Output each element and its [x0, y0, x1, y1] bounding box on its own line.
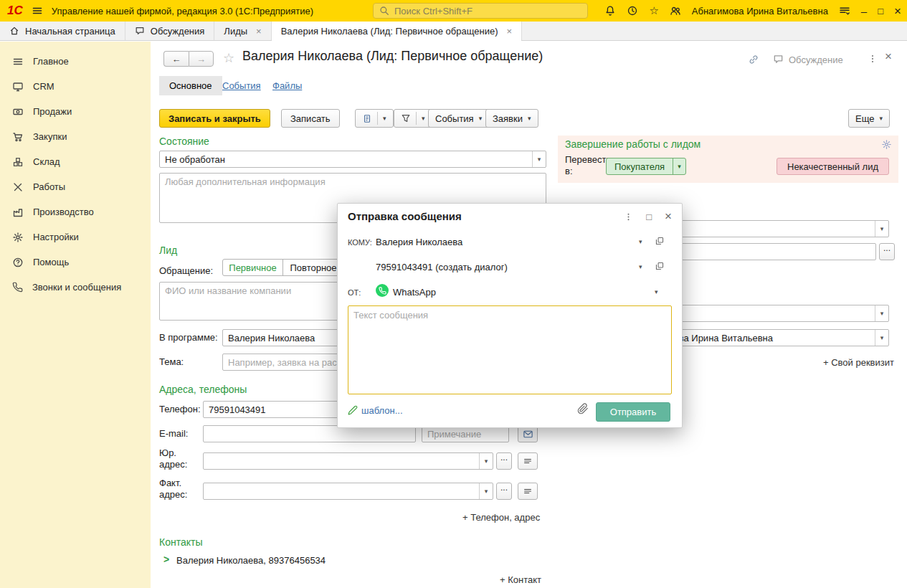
chevron-down-icon[interactable]: ▾: [639, 238, 642, 245]
link-icon[interactable]: [748, 54, 759, 65]
sidebar-item-calls-messages[interactable]: Звонки и сообщения: [0, 275, 151, 300]
appeal-primary-option[interactable]: Первичное: [223, 260, 283, 275]
service-menu-icon[interactable]: [839, 5, 850, 16]
favorite-star-icon[interactable]: ☆: [223, 50, 234, 66]
tab-home-label: Начальная страница: [25, 26, 115, 37]
open-contact-icon[interactable]: [655, 236, 665, 246]
sidebar-item-label: Помощь: [33, 257, 69, 267]
sidebar-item-main[interactable]: Главное: [0, 49, 151, 74]
create-based-on-button[interactable]: ▾: [355, 109, 394, 128]
message-text-input[interactable]: [348, 305, 672, 394]
more-menu-icon[interactable]: [868, 53, 878, 65]
sidebar-item-warehouse[interactable]: Склад: [0, 149, 151, 174]
convert-to-buyer-button[interactable]: Покупателя ▾: [606, 158, 686, 175]
tab-lead-card-label: Валерия Николаева (Лид: Первичное обраще…: [281, 26, 498, 37]
contact-item[interactable]: Валерия Николаева, 89376456534: [176, 555, 326, 566]
chevron-down-icon[interactable]: ▾: [479, 483, 493, 499]
chevron-down-icon[interactable]: ▾: [479, 453, 493, 469]
tab-discussions[interactable]: Обсуждения: [125, 22, 215, 40]
history-icon[interactable]: [627, 5, 638, 16]
save-close-button[interactable]: Записать и закрыть: [159, 109, 270, 128]
chevron-down-icon[interactable]: ▾: [655, 288, 658, 295]
buyer-button-label: Покупателя: [607, 158, 673, 174]
chevron-down-icon[interactable]: ▾: [875, 305, 888, 321]
tab-home[interactable]: Начальная страница: [0, 22, 125, 40]
sidebar-item-label: CRM: [33, 81, 54, 92]
sidebar-item-sales[interactable]: Продажи: [0, 99, 151, 124]
chevron-down-icon[interactable]: ▾: [673, 158, 685, 174]
from-value[interactable]: WhatsApp: [393, 287, 436, 298]
attach-paperclip-icon[interactable]: [577, 403, 589, 414]
chevron-down-icon[interactable]: ▾: [875, 221, 888, 237]
minimize-icon[interactable]: –: [861, 6, 867, 16]
close-form-icon[interactable]: ×: [885, 49, 892, 64]
more-button[interactable]: Еще ▾: [848, 109, 890, 128]
contacts-icon[interactable]: [670, 5, 681, 16]
panel-settings-gear-icon[interactable]: [881, 139, 892, 150]
state-select[interactable]: Не обработан ▾: [159, 151, 546, 168]
fact-address-form-button[interactable]: [518, 483, 538, 500]
expand-contact-icon[interactable]: >: [163, 554, 169, 565]
to-value[interactable]: Валерия Николаева: [376, 237, 462, 247]
add-custom-field-link[interactable]: + Свой реквизит: [823, 357, 894, 368]
close-window-icon[interactable]: ×: [894, 5, 901, 17]
bad-lead-button[interactable]: Некачественный лид: [777, 158, 889, 175]
add-contact-link[interactable]: + Контакт: [500, 574, 541, 585]
dialog-maximize-icon[interactable]: □: [646, 212, 652, 222]
sections-sidebar: Главное CRM Продажи Закупки Склад Работы…: [0, 42, 151, 588]
template-link[interactable]: шаблон...: [361, 405, 403, 416]
sales-icon: [12, 106, 24, 118]
back-button[interactable]: ←: [163, 51, 189, 67]
channel-value[interactable]: 79591043491 (создать диалог): [376, 262, 508, 272]
discussion-link[interactable]: Обсуждение: [789, 54, 843, 65]
send-message-button[interactable]: Отправить: [596, 402, 670, 422]
save-button[interactable]: Записать: [281, 109, 340, 128]
settings-gear-icon: [12, 232, 24, 243]
global-search[interactable]: Поиск Ctrl+Shift+F: [373, 3, 588, 19]
discussion-bubble-icon[interactable]: [773, 54, 784, 65]
tab-lead-card[interactable]: Валерия Николаева (Лид: Первичное обраще…: [272, 22, 522, 40]
fact-address-select[interactable]: ▾: [203, 483, 493, 500]
sidebar-item-purchases[interactable]: Закупки: [0, 124, 151, 149]
sidebar-item-help[interactable]: Помощь: [0, 250, 151, 275]
dialog-window-controls: □ ×: [624, 209, 672, 224]
sidebar-item-production[interactable]: Производство: [0, 199, 151, 224]
maximize-icon[interactable]: □: [878, 6, 883, 16]
chevron-down-icon[interactable]: ▾: [639, 263, 642, 270]
addresses-heading: Адреса, телефоны: [159, 384, 247, 395]
legal-address-form-button[interactable]: [518, 452, 538, 470]
dialog-more-icon[interactable]: [624, 212, 633, 222]
close-tab-icon[interactable]: ×: [256, 26, 262, 37]
fact-address-more-button[interactable]: ...: [496, 483, 512, 500]
right-field-2-more-button[interactable]: ...: [879, 243, 895, 260]
favorites-star-icon[interactable]: ☆: [649, 4, 658, 17]
legal-address-select[interactable]: ▾: [203, 452, 493, 470]
dialog-close-icon[interactable]: ×: [665, 209, 672, 224]
close-tab-icon[interactable]: ×: [506, 26, 512, 37]
main-menu-icon[interactable]: [32, 5, 43, 16]
add-phone-address-link[interactable]: + Телефон, адрес: [462, 512, 540, 523]
events-button[interactable]: События ▾: [428, 109, 489, 128]
current-user[interactable]: Абнагимова Ирина Витальевна: [692, 6, 828, 16]
forward-button[interactable]: →: [189, 51, 214, 67]
envelope-icon: [523, 429, 533, 440]
sidebar-item-crm[interactable]: CRM: [0, 74, 151, 99]
filter-button[interactable]: ▾: [394, 109, 432, 128]
tab-files[interactable]: Файлы: [272, 80, 302, 91]
notifications-bell-icon[interactable]: [604, 5, 616, 16]
template-pencil-icon[interactable]: [348, 405, 358, 415]
chevron-down-icon[interactable]: ▾: [532, 151, 546, 167]
open-channel-icon[interactable]: [655, 261, 665, 271]
sidebar-item-works[interactable]: Работы: [0, 174, 151, 199]
phone-label: Телефон:: [159, 404, 201, 414]
tab-events[interactable]: События: [222, 80, 261, 91]
sidebar-item-settings[interactable]: Настройки: [0, 224, 151, 250]
requests-button[interactable]: Заявки ▾: [485, 109, 538, 128]
chevron-down-icon[interactable]: ▾: [875, 330, 888, 346]
appeal-repeat-option[interactable]: Повторное: [283, 260, 343, 275]
contacts-heading: Контакты: [159, 536, 202, 548]
legal-address-more-button[interactable]: ...: [496, 452, 512, 470]
tab-main[interactable]: Основное: [159, 76, 222, 95]
appeal-label: Обращение:: [159, 265, 213, 276]
tab-leads[interactable]: Лиды ×: [214, 22, 271, 40]
